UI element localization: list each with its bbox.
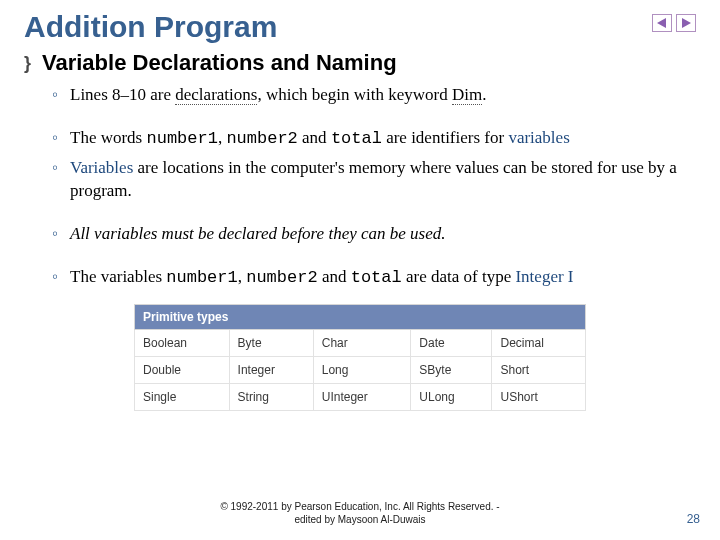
text: Lines 8–10 are bbox=[70, 85, 175, 104]
table-cell: SByte bbox=[411, 356, 492, 383]
table-header: Primitive types bbox=[135, 304, 586, 329]
triangle-left-icon bbox=[656, 18, 668, 28]
code-token: number2 bbox=[226, 129, 297, 148]
table-cell: Boolean bbox=[135, 329, 230, 356]
table-row: Boolean Byte Char Date Decimal bbox=[135, 329, 586, 356]
text: and bbox=[298, 128, 331, 147]
bullet-item: The variables number1, number2 and total… bbox=[52, 266, 696, 290]
table-row: Double Integer Long SByte Short bbox=[135, 356, 586, 383]
text: are data of type bbox=[402, 267, 516, 286]
bullet-item: Lines 8–10 are declarations, which begin… bbox=[52, 84, 696, 107]
table-cell: Double bbox=[135, 356, 230, 383]
keyword: Variables bbox=[70, 158, 133, 177]
table-row: Single String UInteger ULong UShort bbox=[135, 383, 586, 410]
primitive-types-table-wrap: Primitive types Boolean Byte Char Date D… bbox=[134, 304, 586, 411]
table-cell: Decimal bbox=[492, 329, 586, 356]
table-cell: String bbox=[229, 383, 313, 410]
svg-marker-1 bbox=[682, 18, 691, 28]
text: are locations in the computer's memory w… bbox=[70, 158, 677, 200]
table-cell: UShort bbox=[492, 383, 586, 410]
underlined-term: declarations bbox=[175, 85, 257, 105]
footer-line: edited by Maysoon Al-Duwais bbox=[294, 514, 425, 525]
triangle-right-icon bbox=[680, 18, 692, 28]
code-token: number2 bbox=[246, 268, 317, 287]
table-cell: Byte bbox=[229, 329, 313, 356]
code-token: number1 bbox=[146, 129, 217, 148]
bullet-glyph: } bbox=[24, 54, 42, 72]
footer: © 1992-2011 by Pearson Education, Inc. A… bbox=[0, 501, 720, 526]
primitive-types-table: Primitive types Boolean Byte Char Date D… bbox=[134, 304, 586, 411]
text: . bbox=[482, 85, 486, 104]
bullet-item: Variables are locations in the computer'… bbox=[52, 157, 696, 203]
bullet-item: All variables must be declared before th… bbox=[52, 223, 696, 246]
table-cell: Single bbox=[135, 383, 230, 410]
table-cell: ULong bbox=[411, 383, 492, 410]
page-title: Addition Program bbox=[24, 10, 696, 44]
subhead: Variable Declarations and Naming bbox=[42, 50, 397, 76]
text: , bbox=[238, 267, 247, 286]
bullet-list: The variables number1, number2 and total… bbox=[52, 266, 696, 290]
bullet-list: All variables must be declared before th… bbox=[52, 223, 696, 246]
bullet-item: The words number1, number2 and total are… bbox=[52, 127, 696, 151]
table-cell: Long bbox=[313, 356, 411, 383]
table-cell: Date bbox=[411, 329, 492, 356]
code-token: total bbox=[351, 268, 402, 287]
text: , which begin with keyword bbox=[257, 85, 452, 104]
code-token: number1 bbox=[166, 268, 237, 287]
table-cell: Integer bbox=[229, 356, 313, 383]
italic-text: All variables must be declared before th… bbox=[70, 224, 445, 243]
slide: Addition Program } Variable Declarations… bbox=[0, 0, 720, 540]
text: are identifiers for bbox=[382, 128, 509, 147]
underlined-term: Dim bbox=[452, 85, 482, 105]
table-cell: Char bbox=[313, 329, 411, 356]
code-token: total bbox=[331, 129, 382, 148]
bullet-list: Lines 8–10 are declarations, which begin… bbox=[52, 84, 696, 107]
table-cell: UInteger bbox=[313, 383, 411, 410]
text: and bbox=[318, 267, 351, 286]
table-cell: Short bbox=[492, 356, 586, 383]
subhead-row: } Variable Declarations and Naming bbox=[24, 50, 696, 76]
text: The words bbox=[70, 128, 146, 147]
svg-marker-0 bbox=[657, 18, 666, 28]
keyword: Integer I bbox=[515, 267, 573, 286]
text: The variables bbox=[70, 267, 166, 286]
footer-line: © 1992-2011 by Pearson Education, Inc. A… bbox=[220, 501, 499, 512]
keyword: variables bbox=[508, 128, 569, 147]
page-number: 28 bbox=[687, 512, 700, 526]
next-button[interactable] bbox=[676, 14, 696, 32]
nav-controls bbox=[652, 14, 696, 32]
prev-button[interactable] bbox=[652, 14, 672, 32]
bullet-list: The words number1, number2 and total are… bbox=[52, 127, 696, 203]
